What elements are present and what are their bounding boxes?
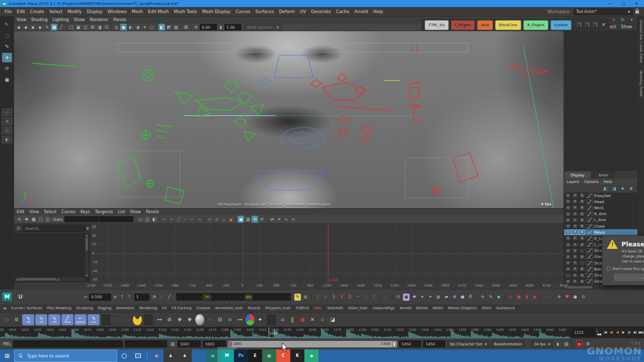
epic-games-icon[interactable]: E (248, 349, 262, 362)
dont-show-checkbox[interactable] (607, 267, 610, 270)
photos-app-icon[interactable]: ▦ (262, 349, 276, 362)
pacman-icon[interactable] (133, 314, 142, 325)
layer-menu-options[interactable]: Options (582, 179, 601, 184)
menu-windows[interactable]: Windows (105, 9, 129, 14)
ge-vertical-scrollbar[interactable]: ▲▼ (85, 234, 89, 277)
layer-display-type-toggle[interactable]: R (579, 199, 585, 204)
layer-display-type-toggle[interactable]: R (579, 279, 585, 284)
anim-stepped-button[interactable]: ⌐stepped (74, 314, 87, 325)
grease-pencil-icon[interactable]: ╱ (58, 24, 64, 31)
cb-menu-show[interactable]: Show (619, 25, 635, 29)
x-mark-icon[interactable]: ✕ (308, 314, 317, 325)
increment-button[interactable]: + (113, 294, 117, 300)
region-keys-icon[interactable]: ▢ (37, 216, 44, 223)
character-set-select[interactable]: No Character Set▾ (447, 340, 489, 347)
layer-row[interactable]: V P R Pelvis (564, 229, 637, 235)
trash-curve-icon[interactable]: ⊟ (215, 314, 224, 325)
menu-file[interactable]: File (2, 9, 14, 14)
step-forward-key-button[interactable]: |▶ (626, 329, 632, 336)
motion-blur-icon[interactable]: ◎ (113, 24, 120, 31)
layer-display-type-toggle[interactable]: R (579, 266, 585, 272)
layer-row[interactable]: V P R Neck (564, 205, 637, 211)
step-back-key-button[interactable]: ◀| (608, 329, 614, 336)
red-curve-icon[interactable]: ∩ (508, 294, 514, 301)
layer-playback-toggle[interactable]: P (572, 242, 578, 247)
menu-edit[interactable]: Edit (14, 9, 27, 14)
motion-trail-edit-icon[interactable]: ∴ (123, 314, 132, 325)
globe-icon[interactable]: ◍ (302, 294, 309, 301)
layer-horizontal-scrollbar[interactable]: ◀ (564, 285, 637, 289)
layer-color-swatch[interactable] (586, 254, 593, 259)
menu-cache[interactable]: Cache (334, 9, 352, 14)
ge-menu-select[interactable]: Select (41, 210, 59, 214)
separator[interactable] (66, 25, 66, 30)
shadows-icon[interactable]: ◨ (96, 24, 103, 31)
playback-speed-field[interactable]: 0.500 (89, 294, 111, 301)
smooth-curve-icon[interactable]: ∿ (283, 216, 289, 223)
layer-playback-toggle[interactable]: P (572, 218, 578, 223)
menu-help[interactable]: Help (371, 9, 385, 14)
sphere-keys-icon[interactable]: ● (459, 294, 466, 301)
layer-playback-toggle[interactable]: P (572, 193, 578, 198)
anim-linear-button[interactable]: ╱linear (61, 314, 73, 325)
tangent-spline-icon[interactable]: ∩ (323, 294, 329, 301)
menu-mesh[interactable]: Mesh (129, 9, 145, 14)
select-tool-icon[interactable]: ↖ (2, 20, 12, 29)
increment-field[interactable]: 1 (134, 294, 149, 301)
tangent-linear-icon[interactable]: V (339, 294, 345, 301)
timeline-track[interactable]: 1000101010201030104010501060107010801090… (0, 327, 570, 338)
separator[interactable] (102, 314, 111, 325)
insert-keys-icon[interactable]: ✚ (23, 216, 30, 223)
layer-visibility-toggle[interactable]: V (565, 254, 571, 259)
picker-save-icon[interactable]: ❒ (576, 22, 582, 29)
layer-visibility-toggle[interactable]: V (565, 260, 571, 265)
auto-keyframe-button[interactable]: ● (576, 340, 583, 347)
anim-off-1-button[interactable]: ∿Off (22, 314, 34, 325)
resample-curve-icon[interactable]: ≈ (290, 216, 296, 223)
l-fingers-button[interactable]: L_Fingers (451, 20, 475, 30)
layer-visibility-toggle[interactable]: V (565, 205, 571, 210)
maya-icon[interactable]: M (220, 349, 234, 362)
fog-icon[interactable]: ◑ (134, 24, 141, 31)
tripod-icon[interactable]: ✛ (556, 294, 562, 301)
layer-color-swatch[interactable] (586, 267, 593, 272)
separator[interactable] (392, 294, 392, 300)
stacked-view-icon[interactable]: ◫ (144, 216, 150, 223)
buffer-curves-icon[interactable]: ⟳ (259, 216, 265, 223)
red-frame-icon[interactable]: ▦ (298, 314, 307, 325)
layer-color-swatch[interactable] (586, 279, 593, 284)
tangent-fixed-icon[interactable]: I (314, 294, 321, 301)
layer-row[interactable]: V P R Chest (564, 223, 637, 229)
picker-load-icon[interactable]: ❒ (584, 22, 590, 29)
face-button[interactable]: Face (477, 20, 493, 30)
shelf-tab-mash[interactable]: MASH (430, 305, 446, 311)
layer-move-down-icon[interactable]: ❖ (628, 186, 634, 193)
layer-color-swatch[interactable] (586, 200, 593, 204)
grease-pencil-button[interactable]: ✎ (294, 294, 301, 301)
layer-display-type-toggle[interactable]: R (579, 242, 585, 247)
menu-surfaces[interactable]: Surfaces (253, 9, 277, 14)
layer-display-type-toggle[interactable]: R (579, 273, 585, 278)
unify-tangents-icon[interactable]: ∧ (213, 216, 220, 223)
layer-playback-toggle[interactable]: P (572, 254, 578, 259)
workspace-selector[interactable]: Ted Anim*▼ (574, 9, 633, 15)
stats-frame-field[interactable] (64, 216, 99, 222)
plateau-tangents-icon[interactable]: ≈ (196, 216, 203, 223)
layer-display-type-toggle[interactable]: R (579, 224, 585, 229)
zbrush-2-icon[interactable]: ♟ (178, 349, 192, 362)
more-dots-icon[interactable]: ⋯ (544, 294, 550, 301)
ge-menu-edit[interactable]: Edit (14, 210, 27, 214)
tab-channel-box[interactable]: Channel Box / Layer Editor (639, 20, 643, 63)
animation-start-field[interactable]: 1001 (203, 340, 226, 347)
task-view-icon[interactable] (135, 353, 141, 358)
exposure-icon[interactable]: ✛ (193, 24, 199, 31)
blockcons-button[interactable]: BlockCons (495, 20, 521, 30)
layout-four-pane-button[interactable]: ⊞ (2, 118, 12, 125)
animation-end-field[interactable]: 1450 (399, 340, 421, 347)
tangent-slope-icon[interactable]: \ (363, 294, 369, 301)
go-to-start-button[interactable]: |◀◀ (596, 329, 602, 336)
dope-dots-icon[interactable]: ∴ (383, 294, 389, 301)
spline-tangents-icon[interactable]: ∿ (161, 216, 168, 223)
record-icon[interactable]: ● (516, 294, 522, 301)
color-arrows-icon[interactable]: ⇉ (278, 314, 287, 325)
